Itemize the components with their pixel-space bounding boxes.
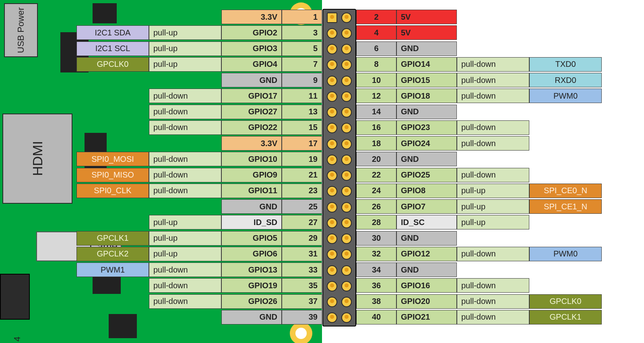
pin-number: 6 — [356, 41, 396, 56]
pin-alt-function: I2C1 SCL — [76, 41, 149, 56]
header-pad — [341, 28, 352, 39]
header-row — [323, 262, 355, 278]
pin-pull: pull-down — [457, 168, 529, 182]
pin-row-6: 6GND — [356, 41, 457, 56]
header-row — [323, 73, 355, 89]
header-pad — [327, 91, 337, 102]
pin-pull: pull-down — [457, 247, 529, 261]
pin-number: 28 — [356, 215, 396, 229]
pin-number: 10 — [356, 73, 396, 87]
pin-pull: pull-down — [457, 120, 529, 135]
pin-alt-function: SPI_CE0_N — [529, 184, 602, 198]
header-pad — [327, 60, 337, 70]
pin-number: 32 — [356, 247, 396, 261]
header-pad — [341, 12, 352, 23]
pin-name: GPIO25 — [396, 168, 457, 182]
header-pad — [327, 28, 337, 39]
pin-pull: pull-down — [149, 152, 221, 166]
header-pad — [327, 170, 337, 181]
pin-number: 21 — [282, 168, 322, 182]
pin-pull: pull-down — [149, 278, 221, 293]
header-row — [323, 89, 355, 104]
pin-name: GND — [396, 231, 457, 246]
pin-number: 40 — [356, 310, 396, 324]
pin-row-9: 9GND — [221, 73, 322, 87]
header-pad — [327, 76, 337, 86]
pin-row-23: 23GPIO11pull-downSPI0_CLK — [76, 184, 322, 198]
pin-row-2: 25V — [356, 10, 457, 24]
header-row — [323, 231, 355, 247]
pin-name: GND — [221, 310, 282, 324]
pin-name: GND — [221, 199, 282, 214]
pin-number: 18 — [356, 136, 396, 151]
pin-number: 20 — [356, 152, 396, 166]
pin-alt-function: GPCLK1 — [76, 231, 149, 246]
page-number: 4 — [12, 337, 23, 341]
pin-alt-function: PWM0 — [529, 247, 602, 261]
pin-number: 16 — [356, 120, 396, 135]
pin-number: 3 — [282, 25, 322, 40]
pin-alt-function: SPI_CE1_N — [529, 199, 602, 214]
header-row — [323, 199, 355, 215]
header-pad — [327, 233, 337, 244]
pin-row-24: 24GPIO8pull-upSPI_CE0_N — [356, 184, 602, 198]
header-pad — [341, 155, 352, 165]
header-pad — [341, 91, 352, 102]
header-pad — [341, 281, 352, 291]
pin-number: 37 — [282, 294, 322, 309]
header-pad — [327, 312, 337, 323]
pin-number: 33 — [282, 262, 322, 277]
pin-row-40: 40GPIO21pull-downGPCLK1 — [356, 310, 602, 324]
header-pad — [327, 265, 337, 276]
pin-name: GPIO5 — [221, 231, 282, 246]
header-row — [323, 10, 355, 25]
pin-name: GPIO26 — [221, 294, 282, 309]
pin-row-39: 39GND — [221, 310, 322, 324]
header-pad — [341, 202, 352, 213]
pin-pull: pull-down — [149, 89, 221, 103]
pin-number: 1 — [282, 10, 322, 24]
pin-pull: pull-down — [457, 278, 529, 293]
pin-name: GPIO21 — [396, 310, 457, 324]
pin-row-15: 15GPIO22pull-down — [149, 120, 322, 135]
pin-alt-function: PWM0 — [529, 89, 602, 103]
pin-number: 30 — [356, 231, 396, 246]
pin-number: 27 — [282, 215, 322, 229]
pin-row-28: 28ID_SCpull-up — [356, 215, 529, 229]
pin-pull: pull-down — [457, 57, 529, 72]
pin-name: GPIO15 — [396, 73, 457, 87]
pin-number: 15 — [282, 120, 322, 135]
header-pad — [341, 312, 352, 323]
pin-name: GND — [396, 152, 457, 166]
pin-name: GPIO27 — [221, 105, 282, 119]
header-row — [323, 168, 355, 184]
pin-number: 22 — [356, 168, 396, 182]
pin-row-22: 22GPIO25pull-down — [356, 168, 529, 182]
pin-pull: pull-down — [457, 310, 529, 324]
pin-alt-function: GPCLK2 — [76, 247, 149, 261]
pin-name: GPIO3 — [221, 41, 282, 56]
pin-number: 14 — [356, 105, 396, 119]
header-pad — [327, 281, 337, 291]
pin-name: GPIO18 — [396, 89, 457, 103]
header-row — [323, 152, 355, 167]
pin-row-16: 16GPIO23pull-down — [356, 120, 529, 135]
pinout-diagram: USB Power HDMI Came 4 13.3V3GPIO2pull-up… — [0, 0, 644, 343]
pin-row-1: 13.3V — [221, 10, 322, 24]
gpio-header — [322, 9, 356, 326]
pin-row-5: 5GPIO3pull-upI2C1 SCL — [76, 41, 322, 56]
pin-name: GPIO8 — [396, 184, 457, 198]
pin-row-29: 29GPIO5pull-upGPCLK1 — [76, 231, 322, 246]
header-row — [323, 105, 355, 120]
pin-alt-function: TXD0 — [529, 57, 602, 72]
pin-name: 5V — [396, 25, 457, 40]
pin-name: GND — [396, 41, 457, 56]
pin-number: 13 — [282, 105, 322, 119]
header-pad — [327, 202, 337, 213]
pin-name: GPIO13 — [221, 262, 282, 277]
pin-pull: pull-down — [457, 73, 529, 87]
header-pad — [341, 139, 352, 149]
pin-row-34: 34GND — [356, 262, 457, 277]
pin-number: 8 — [356, 57, 396, 72]
header-pad — [341, 44, 352, 54]
